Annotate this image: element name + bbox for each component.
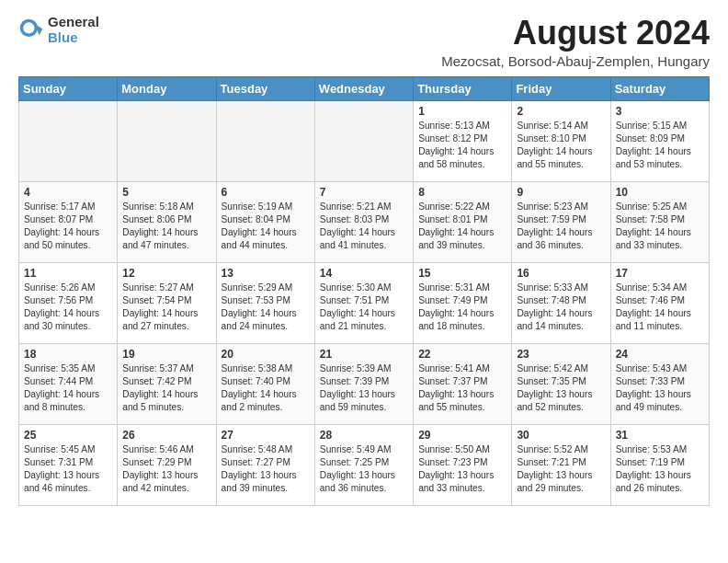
- day-number: 27: [222, 429, 310, 442]
- cell-details: Sunrise: 5:45 AM Sunset: 7:31 PM Dayligh…: [24, 443, 112, 496]
- calendar-cell: 15Sunrise: 5:31 AM Sunset: 7:49 PM Dayli…: [414, 262, 512, 343]
- day-number: 2: [517, 105, 605, 118]
- calendar-cell: 13Sunrise: 5:29 AM Sunset: 7:53 PM Dayli…: [216, 262, 314, 343]
- calendar-cell: 10Sunrise: 5:25 AM Sunset: 7:58 PM Dayli…: [610, 181, 709, 262]
- day-number: 23: [517, 348, 605, 361]
- day-number: 6: [222, 186, 310, 199]
- weekday-header-thursday: Thursday: [414, 76, 512, 100]
- cell-details: Sunrise: 5:26 AM Sunset: 7:56 PM Dayligh…: [24, 282, 112, 334]
- cell-details: Sunrise: 5:18 AM Sunset: 8:06 PM Dayligh…: [122, 201, 210, 253]
- page-header: General Blue August 2024 Mezocsat, Borso…: [18, 15, 710, 69]
- day-number: 11: [24, 267, 112, 280]
- calendar-cell: 23Sunrise: 5:42 AM Sunset: 7:35 PM Dayli…: [512, 343, 610, 424]
- cell-details: Sunrise: 5:23 AM Sunset: 7:59 PM Dayligh…: [517, 201, 605, 253]
- calendar-cell: 12Sunrise: 5:27 AM Sunset: 7:54 PM Dayli…: [118, 262, 216, 343]
- day-number: 12: [122, 267, 210, 280]
- calendar-cell: 20Sunrise: 5:38 AM Sunset: 7:40 PM Dayli…: [216, 343, 314, 424]
- day-number: 22: [418, 348, 506, 361]
- cell-details: Sunrise: 5:31 AM Sunset: 7:49 PM Dayligh…: [418, 282, 506, 334]
- weekday-header-sunday: Sunday: [19, 76, 118, 100]
- day-number: 26: [122, 429, 210, 442]
- cell-details: Sunrise: 5:27 AM Sunset: 7:54 PM Dayligh…: [122, 282, 210, 334]
- calendar-cell: 30Sunrise: 5:52 AM Sunset: 7:21 PM Dayli…: [512, 424, 610, 505]
- cell-details: Sunrise: 5:39 AM Sunset: 7:39 PM Dayligh…: [320, 362, 408, 415]
- week-row-1: 1Sunrise: 5:13 AM Sunset: 8:12 PM Daylig…: [19, 100, 710, 181]
- calendar-cell: 6Sunrise: 5:19 AM Sunset: 8:04 PM Daylig…: [216, 181, 314, 262]
- cell-details: Sunrise: 5:13 AM Sunset: 8:12 PM Dayligh…: [418, 120, 506, 172]
- day-number: 29: [418, 429, 506, 442]
- weekday-header-tuesday: Tuesday: [216, 76, 314, 100]
- day-number: 9: [517, 186, 605, 199]
- cell-details: Sunrise: 5:21 AM Sunset: 8:03 PM Dayligh…: [320, 201, 408, 253]
- weekday-header-monday: Monday: [118, 76, 216, 100]
- calendar-cell: [118, 100, 216, 181]
- week-row-5: 25Sunrise: 5:45 AM Sunset: 7:31 PM Dayli…: [19, 424, 710, 505]
- calendar-cell: 16Sunrise: 5:33 AM Sunset: 7:48 PM Dayli…: [512, 262, 610, 343]
- day-number: 13: [222, 267, 310, 280]
- cell-details: Sunrise: 5:52 AM Sunset: 7:21 PM Dayligh…: [517, 443, 605, 496]
- cell-details: Sunrise: 5:22 AM Sunset: 8:01 PM Dayligh…: [418, 201, 506, 253]
- day-number: 18: [24, 348, 112, 361]
- weekday-header-saturday: Saturday: [610, 76, 709, 100]
- calendar-cell: 8Sunrise: 5:22 AM Sunset: 8:01 PM Daylig…: [414, 181, 512, 262]
- logo-general-text: General: [48, 15, 99, 30]
- cell-details: Sunrise: 5:14 AM Sunset: 8:10 PM Dayligh…: [517, 120, 605, 172]
- day-number: 10: [616, 186, 704, 199]
- calendar-cell: 9Sunrise: 5:23 AM Sunset: 7:59 PM Daylig…: [512, 181, 610, 262]
- day-number: 14: [320, 267, 408, 280]
- logo-blue-text: Blue: [48, 30, 99, 46]
- location-subtitle: Mezocsat, Borsod-Abauj-Zemplen, Hungary: [441, 53, 710, 69]
- calendar-cell: 25Sunrise: 5:45 AM Sunset: 7:31 PM Dayli…: [19, 424, 118, 505]
- month-year-title: August 2024: [441, 15, 710, 52]
- cell-details: Sunrise: 5:38 AM Sunset: 7:40 PM Dayligh…: [222, 362, 310, 415]
- weekday-header-row: SundayMondayTuesdayWednesdayThursdayFrid…: [19, 76, 710, 100]
- calendar-cell: 2Sunrise: 5:14 AM Sunset: 8:10 PM Daylig…: [512, 100, 610, 181]
- day-number: 15: [418, 267, 506, 280]
- cell-details: Sunrise: 5:35 AM Sunset: 7:44 PM Dayligh…: [24, 362, 112, 415]
- day-number: 28: [320, 429, 408, 442]
- cell-details: Sunrise: 5:46 AM Sunset: 7:29 PM Dayligh…: [122, 443, 210, 496]
- weekday-header-friday: Friday: [512, 76, 610, 100]
- cell-details: Sunrise: 5:41 AM Sunset: 7:37 PM Dayligh…: [418, 362, 506, 415]
- cell-details: Sunrise: 5:53 AM Sunset: 7:19 PM Dayligh…: [616, 443, 704, 496]
- logo-text: General Blue: [48, 15, 99, 45]
- calendar-cell: 31Sunrise: 5:53 AM Sunset: 7:19 PM Dayli…: [610, 424, 709, 505]
- week-row-3: 11Sunrise: 5:26 AM Sunset: 7:56 PM Dayli…: [19, 262, 710, 343]
- calendar-cell: 11Sunrise: 5:26 AM Sunset: 7:56 PM Dayli…: [19, 262, 118, 343]
- week-row-2: 4Sunrise: 5:17 AM Sunset: 8:07 PM Daylig…: [19, 181, 710, 262]
- calendar-cell: 14Sunrise: 5:30 AM Sunset: 7:51 PM Dayli…: [314, 262, 413, 343]
- cell-details: Sunrise: 5:42 AM Sunset: 7:35 PM Dayligh…: [517, 362, 605, 415]
- day-number: 7: [320, 186, 408, 199]
- logo: General Blue: [18, 15, 99, 45]
- week-row-4: 18Sunrise: 5:35 AM Sunset: 7:44 PM Dayli…: [19, 343, 710, 424]
- day-number: 16: [517, 267, 605, 280]
- calendar-cell: 7Sunrise: 5:21 AM Sunset: 8:03 PM Daylig…: [314, 181, 413, 262]
- day-number: 25: [24, 429, 112, 442]
- cell-details: Sunrise: 5:19 AM Sunset: 8:04 PM Dayligh…: [222, 201, 310, 253]
- day-number: 19: [122, 348, 210, 361]
- calendar-cell: 5Sunrise: 5:18 AM Sunset: 8:06 PM Daylig…: [118, 181, 216, 262]
- day-number: 31: [616, 429, 704, 442]
- calendar-cell: 27Sunrise: 5:48 AM Sunset: 7:27 PM Dayli…: [216, 424, 314, 505]
- day-number: 17: [616, 267, 704, 280]
- day-number: 8: [418, 186, 506, 199]
- calendar-cell: 18Sunrise: 5:35 AM Sunset: 7:44 PM Dayli…: [19, 343, 118, 424]
- cell-details: Sunrise: 5:43 AM Sunset: 7:33 PM Dayligh…: [616, 362, 704, 415]
- calendar-cell: 19Sunrise: 5:37 AM Sunset: 7:42 PM Dayli…: [118, 343, 216, 424]
- svg-point-1: [23, 22, 34, 33]
- calendar-cell: 17Sunrise: 5:34 AM Sunset: 7:46 PM Dayli…: [610, 262, 709, 343]
- cell-details: Sunrise: 5:37 AM Sunset: 7:42 PM Dayligh…: [122, 362, 210, 415]
- calendar-table: SundayMondayTuesdayWednesdayThursdayFrid…: [18, 76, 710, 506]
- calendar-cell: 26Sunrise: 5:46 AM Sunset: 7:29 PM Dayli…: [118, 424, 216, 505]
- day-number: 21: [320, 348, 408, 361]
- calendar-cell: [216, 100, 314, 181]
- cell-details: Sunrise: 5:17 AM Sunset: 8:07 PM Dayligh…: [24, 201, 112, 253]
- day-number: 20: [222, 348, 310, 361]
- cell-details: Sunrise: 5:34 AM Sunset: 7:46 PM Dayligh…: [616, 282, 704, 334]
- cell-details: Sunrise: 5:30 AM Sunset: 7:51 PM Dayligh…: [320, 282, 408, 334]
- calendar-cell: [314, 100, 413, 181]
- calendar-cell: 21Sunrise: 5:39 AM Sunset: 7:39 PM Dayli…: [314, 343, 413, 424]
- calendar-cell: 29Sunrise: 5:50 AM Sunset: 7:23 PM Dayli…: [414, 424, 512, 505]
- cell-details: Sunrise: 5:15 AM Sunset: 8:09 PM Dayligh…: [616, 120, 704, 172]
- weekday-header-wednesday: Wednesday: [314, 76, 413, 100]
